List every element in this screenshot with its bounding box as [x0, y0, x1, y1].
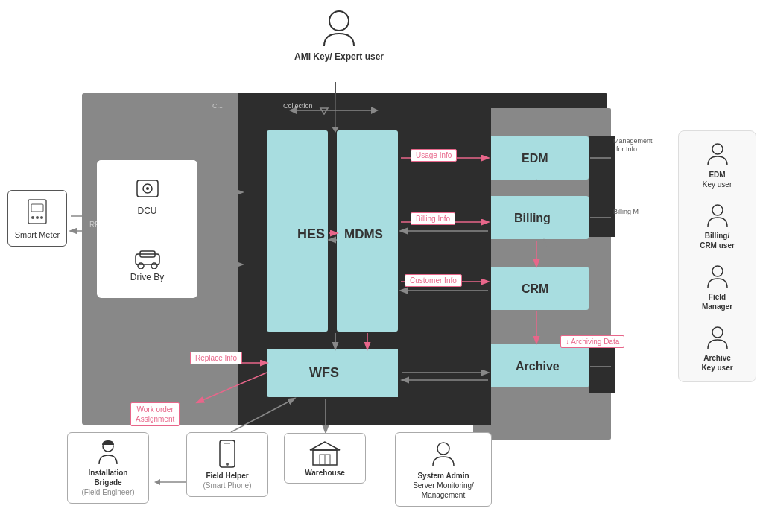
- svg-rect-7: [488, 196, 589, 239]
- drive-by-item: Drive By: [130, 248, 164, 282]
- billing-user-icon: [705, 201, 730, 229]
- svg-text:HES: HES: [297, 227, 325, 241]
- ami-user-icon: [291, 7, 387, 51]
- svg-text:CRM: CRM: [522, 282, 548, 295]
- warehouse-icon: [308, 440, 341, 466]
- svg-point-87: [712, 144, 723, 154]
- smart-meter-icon: [22, 197, 52, 227]
- smart-meter-box: Smart Meter: [7, 190, 67, 247]
- warehouse-label: Warehouse: [305, 469, 345, 477]
- dcu-label: DCU: [138, 206, 157, 216]
- svg-rect-11: [238, 93, 267, 425]
- right-users-panel: EDMKey user Billing/CRM user FieldManage…: [678, 130, 756, 382]
- svg-rect-14: [238, 406, 402, 425]
- svg-text:MDMS: MDMS: [344, 227, 383, 241]
- drive-by-icon: [133, 248, 162, 269]
- smart-meter-label: Smart Meter: [15, 229, 60, 240]
- archive-key-user: ArchiveKey user: [701, 323, 732, 373]
- drive-by-label: Drive By: [130, 272, 164, 282]
- svg-text:Billing M: Billing M: [613, 208, 639, 215]
- svg-text:for  Info: for Info: [616, 145, 637, 153]
- field-manager-user: FieldManager: [702, 262, 732, 311]
- diagram-container: RF Collection C... HES MDMS WFS EDM Bill…: [0, 0, 760, 532]
- smartphone-icon: [218, 439, 237, 469]
- work-order-label: Work orderAssignment: [130, 402, 180, 426]
- edm-key-label: EDMKey user: [703, 170, 732, 189]
- svg-marker-21: [371, 107, 379, 114]
- billing-crm-user: Billing/CRM user: [700, 201, 735, 250]
- svg-text:Management: Management: [613, 137, 653, 145]
- field-helper-label: Field Helper(Smart Phone): [203, 471, 251, 490]
- svg-point-65: [329, 11, 349, 31]
- svg-marker-46: [154, 479, 160, 485]
- dcu-icon: [134, 176, 161, 203]
- svg-text:Collection: Collection: [283, 102, 313, 110]
- svg-text:C...: C...: [212, 102, 223, 110]
- svg-rect-12: [398, 93, 491, 425]
- field-manager-icon: [705, 262, 730, 291]
- svg-rect-13: [267, 93, 401, 130]
- svg-rect-9: [488, 344, 589, 387]
- svg-marker-18: [332, 127, 339, 133]
- edm-key-user: EDMKey user: [703, 140, 732, 189]
- svg-line-51: [231, 399, 294, 432]
- svg-point-80: [226, 463, 229, 466]
- svg-point-70: [40, 216, 43, 219]
- svg-point-77: [151, 263, 157, 269]
- dcu-item: DCU: [134, 176, 161, 216]
- svg-rect-8: [488, 267, 589, 310]
- svg-point-68: [31, 216, 34, 219]
- svg-marker-82: [310, 442, 340, 450]
- edm-user-icon: [705, 140, 730, 168]
- svg-text:EDM: EDM: [522, 152, 548, 165]
- system-admin-label: System AdminServer Monitoring/Management: [413, 471, 474, 500]
- svg-marker-20: [289, 107, 297, 114]
- svg-line-50: [197, 373, 267, 402]
- svg-rect-5: [267, 349, 401, 397]
- svg-point-88: [712, 205, 723, 215]
- svg-text:WFS: WFS: [309, 365, 339, 380]
- svg-rect-4: [337, 130, 398, 332]
- customer-info-label: Customer Info: [405, 274, 462, 287]
- installation-box: InstallationBrigade(Field Engineer): [67, 432, 149, 504]
- svg-text:Billing: Billing: [514, 212, 551, 224]
- archive-user-icon: [705, 323, 730, 352]
- field-helper-box: Field Helper(Smart Phone): [186, 432, 268, 497]
- svg-rect-15: [589, 136, 615, 237]
- system-admin-icon: [430, 439, 457, 469]
- svg-point-69: [36, 216, 39, 219]
- svg-rect-6: [488, 136, 589, 180]
- field-devices-box: DCU Drive By: [97, 160, 197, 298]
- archiving-data-label: ↓ Archiving Data: [560, 335, 624, 348]
- ami-user-box: AMI Key/ Expert user: [291, 7, 387, 63]
- field-manager-label: FieldManager: [702, 292, 732, 311]
- system-admin-box: System AdminServer Monitoring/Management: [395, 432, 492, 507]
- billing-crm-label: Billing/CRM user: [700, 231, 735, 250]
- svg-point-86: [437, 443, 449, 455]
- installation-label: InstallationBrigade(Field Engineer): [81, 468, 134, 497]
- svg-marker-19: [320, 108, 328, 114]
- installation-icon: [95, 439, 121, 466]
- billing-info-label: Billing Info: [411, 212, 455, 225]
- svg-rect-67: [31, 204, 43, 212]
- archive-key-label: ArchiveKey user: [701, 353, 732, 373]
- usage-info-label: Usage Info: [411, 149, 457, 162]
- svg-point-90: [712, 327, 723, 338]
- ami-user-label: AMI Key/ Expert user: [291, 51, 387, 63]
- svg-point-73: [146, 187, 149, 190]
- svg-rect-3: [267, 130, 328, 332]
- svg-rect-1: [238, 93, 607, 425]
- svg-point-89: [712, 266, 723, 276]
- warehouse-box: Warehouse: [284, 433, 366, 484]
- svg-point-76: [138, 263, 144, 269]
- svg-rect-2: [473, 108, 611, 440]
- svg-text:Archive: Archive: [516, 360, 560, 373]
- replace-info-label: Replace Info: [190, 352, 242, 364]
